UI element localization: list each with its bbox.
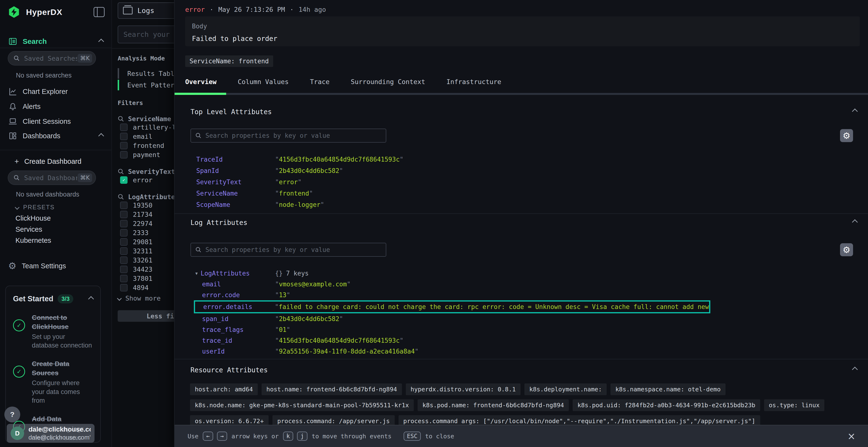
sidebar-item-alerts[interactable]: Alerts [0, 100, 112, 113]
checkbox[interactable] [120, 238, 128, 246]
filter-option[interactable]: artillery-loa [120, 123, 174, 132]
attribute-row[interactable]: SeverityTexterror [195, 176, 858, 187]
saved-searches-input[interactable] [24, 55, 78, 62]
checkbox[interactable] [120, 133, 128, 140]
preset-services[interactable]: Services [16, 226, 42, 233]
sidebar-item-team-settings[interactable]: ⚙ Team Settings [0, 259, 112, 273]
attribute-row[interactable]: ScopeNamenode-logger [195, 199, 858, 210]
filter-option[interactable]: email [120, 132, 174, 141]
tab-overview[interactable]: Overview [175, 74, 227, 95]
event-search-input[interactable] [123, 30, 174, 39]
saved-dashboards-search[interactable]: ⌘K [8, 171, 96, 185]
sidebar-section-dashboards[interactable]: Dashboards [0, 130, 112, 142]
filter-option[interactable]: 33261 [120, 255, 174, 265]
expand-triangle-icon[interactable]: ▾ [195, 271, 198, 276]
preset-clickhouse[interactable]: ClickHouse [16, 214, 51, 222]
log-attributes-search-box[interactable] [190, 243, 386, 257]
attribute-key[interactable]: userId [195, 348, 275, 355]
attribute-key[interactable]: ServiceName [195, 190, 275, 197]
top-level-search-input[interactable] [205, 132, 381, 139]
log-attributes-search-input[interactable] [205, 246, 381, 253]
source-select[interactable]: Logs [118, 2, 174, 19]
tab-column-values[interactable]: Column Values [227, 74, 299, 95]
service-name-chip[interactable]: ServiceName: frontend [185, 56, 273, 67]
filter-option[interactable]: 22974 [120, 219, 174, 228]
filter-option[interactable]: 32311 [120, 246, 174, 255]
show-more-toggle[interactable]: Show more [118, 295, 174, 302]
collapse-section-icon[interactable] [852, 367, 858, 372]
mode-results-table[interactable]: Results Table [118, 68, 174, 79]
filter-option[interactable]: 37801 [120, 274, 174, 283]
filter-group-severitytext[interactable]: SeverityText [118, 168, 174, 175]
presets-toggle[interactable]: PRESETS [16, 204, 55, 211]
gear-icon[interactable]: ⚙ [840, 243, 853, 256]
attribute-key[interactable]: error.details [196, 303, 275, 310]
resource-badge[interactable]: host.name: frontend-6b6c8d7bfd-ng894 [261, 383, 402, 395]
chevron-up-icon[interactable] [88, 296, 94, 302]
attribute-row[interactable]: trace_id4156d3fbc40a64854d9dc7f68641593c [195, 335, 858, 346]
collapse-section-icon[interactable] [852, 219, 858, 225]
checkbox[interactable] [120, 247, 128, 255]
event-search-box[interactable] [118, 26, 174, 43]
attribute-key[interactable]: email [195, 281, 275, 288]
checkbox[interactable] [120, 142, 128, 149]
filter-option[interactable]: payment [120, 150, 174, 159]
filter-option[interactable]: 19350 [120, 201, 174, 210]
filter-option[interactable]: 2333 [120, 228, 174, 237]
create-dashboard-button[interactable]: + Create Dashboard [14, 157, 82, 166]
tree-root-row[interactable]: ▾LogAttributes {}7 keys [195, 268, 858, 279]
resource-badge[interactable]: k8s.node.name: gke-pme-k8s-standard-main… [190, 399, 414, 411]
resource-badge[interactable]: k8s.deployment.name: [524, 383, 607, 395]
attribute-key[interactable]: SpanId [195, 167, 275, 174]
collapse-section-icon[interactable] [852, 108, 858, 114]
saved-searches-search[interactable]: ⌘K [8, 51, 96, 66]
checkbox[interactable] [120, 256, 128, 264]
checkbox[interactable] [120, 211, 128, 218]
sidebar-item-chart-explorer[interactable]: Chart Explorer [0, 85, 112, 98]
gear-icon[interactable]: ⚙ [840, 129, 853, 142]
help-button[interactable]: ? [4, 407, 20, 422]
attribute-key[interactable]: LogAttributes [199, 270, 250, 277]
sidebar-item-client-sessions[interactable]: Client Sessions [0, 115, 112, 128]
checkbox[interactable] [120, 151, 128, 159]
sidebar-collapse-icon[interactable] [94, 7, 105, 17]
filter-option[interactable]: 29081 [120, 237, 174, 246]
user-menu[interactable]: D dale@clickhouse.com dale@clickhouse.co… [7, 424, 94, 443]
checkbox[interactable] [120, 266, 128, 273]
resource-badge[interactable]: os.type: linux [764, 399, 825, 411]
attribute-key[interactable]: trace_id [195, 337, 275, 344]
top-level-search-box[interactable] [190, 129, 386, 143]
checkbox-checked-icon[interactable] [120, 176, 128, 184]
attribute-row[interactable]: error.code13 [195, 289, 858, 300]
tab-surrounding-context[interactable]: Surrounding Context [340, 74, 436, 95]
tab-infrastructure[interactable]: Infrastructure [436, 74, 512, 95]
attribute-row[interactable]: span_id2b43d0c4dd6bc582 [195, 313, 858, 324]
preset-kubernetes[interactable]: Kubernetes [16, 237, 51, 244]
checkbox[interactable] [120, 124, 128, 131]
tab-trace[interactable]: Trace [299, 74, 340, 95]
filter-option[interactable]: 4894 [120, 283, 174, 292]
filter-group-servicename[interactable]: ServiceName [118, 115, 174, 123]
attribute-key[interactable]: trace_flags [195, 326, 275, 333]
filter-option-checked[interactable]: error [120, 175, 174, 184]
attribute-row[interactable]: ServiceNamefrontend [195, 187, 858, 199]
attribute-key[interactable]: SeverityText [195, 178, 275, 186]
checkbox[interactable] [120, 202, 128, 209]
filter-option[interactable]: 34423 [120, 265, 174, 274]
resource-badge[interactable]: k8s.pod.name: frontend-6b6c8d7bfd-ng894 [417, 399, 569, 411]
attribute-row-highlighted[interactable]: error.detailsfailed to charge card: coul… [196, 302, 709, 312]
attribute-row[interactable]: SpanId2b43d0c4dd6bc582 [195, 165, 858, 176]
attribute-key[interactable]: ScopeName [195, 201, 275, 208]
mode-event-patterns[interactable]: Event Patterns [118, 79, 174, 91]
attribute-key[interactable]: span_id [195, 315, 275, 322]
attribute-row[interactable]: TraceId4156d3fbc40a64854d9dc7f68641593c [195, 153, 858, 165]
filter-option[interactable]: 21734 [120, 210, 174, 219]
close-icon[interactable]: × [847, 431, 856, 442]
checkbox[interactable] [120, 220, 128, 227]
attribute-row[interactable]: trace_flags01 [195, 324, 858, 335]
saved-dashboards-input[interactable] [24, 174, 78, 182]
filter-group-logattributes[interactable]: LogAttributes [118, 193, 174, 201]
attribute-key[interactable]: error.code [195, 291, 275, 299]
attribute-row[interactable]: userId92a55156-39a4-11f0-8ddd-a2eca416a8… [195, 346, 858, 357]
checkbox[interactable] [120, 275, 128, 282]
